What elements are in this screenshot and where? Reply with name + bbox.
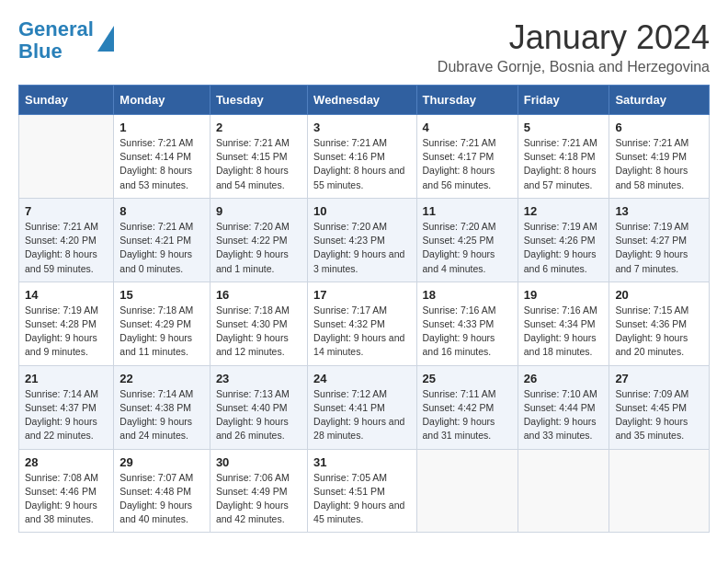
- calendar-cell: 5Sunrise: 7:21 AMSunset: 4:18 PMDaylight…: [518, 115, 609, 199]
- calendar-week-row: 7Sunrise: 7:21 AMSunset: 4:20 PMDaylight…: [19, 198, 710, 282]
- day-number: 13: [615, 204, 703, 218]
- logo-text: General Blue: [18, 18, 94, 63]
- day-info: Sunrise: 7:08 AMSunset: 4:46 PMDaylight:…: [25, 471, 108, 527]
- logo-blue: Blue: [18, 40, 63, 63]
- day-info: Sunrise: 7:21 AMSunset: 4:14 PMDaylight:…: [119, 136, 204, 192]
- calendar-cell: 16Sunrise: 7:18 AMSunset: 4:30 PMDayligh…: [210, 282, 307, 365]
- calendar-week-row: 14Sunrise: 7:19 AMSunset: 4:28 PMDayligh…: [19, 282, 710, 365]
- day-number: 7: [25, 204, 108, 218]
- calendar-cell: 12Sunrise: 7:19 AMSunset: 4:26 PMDayligh…: [518, 198, 609, 282]
- day-info: Sunrise: 7:21 AMSunset: 4:21 PMDaylight:…: [119, 220, 204, 276]
- calendar-cell: 29Sunrise: 7:07 AMSunset: 4:48 PMDayligh…: [114, 449, 210, 533]
- day-info: Sunrise: 7:15 AMSunset: 4:36 PMDaylight:…: [615, 304, 703, 360]
- day-number: 1: [119, 121, 204, 134]
- calendar-week-row: 1Sunrise: 7:21 AMSunset: 4:14 PMDaylight…: [19, 115, 710, 199]
- day-number: 24: [313, 372, 410, 385]
- calendar-cell: 24Sunrise: 7:12 AMSunset: 4:41 PMDayligh…: [308, 365, 416, 449]
- calendar-cell: 20Sunrise: 7:15 AMSunset: 4:36 PMDayligh…: [609, 282, 710, 365]
- calendar-cell: 1Sunrise: 7:21 AMSunset: 4:14 PMDaylight…: [114, 115, 210, 199]
- day-number: 11: [423, 204, 512, 218]
- day-info: Sunrise: 7:21 AMSunset: 4:15 PMDaylight:…: [216, 136, 301, 192]
- header-sunday: Sunday: [19, 86, 114, 115]
- day-number: 5: [524, 121, 604, 134]
- day-info: Sunrise: 7:07 AMSunset: 4:48 PMDaylight:…: [119, 471, 204, 527]
- day-info: Sunrise: 7:16 AMSunset: 4:33 PMDaylight:…: [423, 304, 512, 360]
- calendar-cell: [518, 449, 609, 533]
- day-info: Sunrise: 7:20 AMSunset: 4:25 PMDaylight:…: [423, 220, 512, 276]
- day-number: 20: [615, 288, 703, 302]
- day-info: Sunrise: 7:21 AMSunset: 4:16 PMDaylight:…: [313, 136, 410, 192]
- day-info: Sunrise: 7:21 AMSunset: 4:20 PMDaylight:…: [25, 220, 108, 276]
- day-number: 27: [615, 372, 703, 385]
- day-number: 30: [216, 455, 301, 469]
- day-number: 25: [423, 372, 512, 385]
- calendar-week-row: 21Sunrise: 7:14 AMSunset: 4:37 PMDayligh…: [19, 365, 710, 449]
- day-info: Sunrise: 7:21 AMSunset: 4:19 PMDaylight:…: [615, 136, 703, 192]
- calendar-cell: 19Sunrise: 7:16 AMSunset: 4:34 PMDayligh…: [518, 282, 609, 365]
- day-number: 16: [216, 288, 301, 302]
- day-number: 28: [25, 455, 108, 469]
- calendar-cell: 7Sunrise: 7:21 AMSunset: 4:20 PMDaylight…: [19, 198, 114, 282]
- title-section: January 2024 Dubrave Gornje, Bosnia and …: [438, 18, 710, 75]
- day-number: 23: [216, 372, 301, 385]
- day-info: Sunrise: 7:10 AMSunset: 4:44 PMDaylight:…: [524, 387, 604, 443]
- day-info: Sunrise: 7:20 AMSunset: 4:23 PMDaylight:…: [313, 220, 410, 276]
- day-number: 10: [313, 204, 410, 218]
- calendar-cell: 3Sunrise: 7:21 AMSunset: 4:16 PMDaylight…: [308, 115, 416, 199]
- day-info: Sunrise: 7:21 AMSunset: 4:17 PMDaylight:…: [423, 136, 512, 192]
- header-saturday: Saturday: [609, 86, 710, 115]
- day-number: 26: [524, 372, 604, 385]
- day-number: 29: [119, 455, 204, 469]
- logo-triangle-icon: [97, 26, 114, 52]
- calendar-cell: [19, 115, 114, 199]
- calendar-cell: 28Sunrise: 7:08 AMSunset: 4:46 PMDayligh…: [19, 449, 114, 533]
- calendar-cell: 22Sunrise: 7:14 AMSunset: 4:38 PMDayligh…: [114, 365, 210, 449]
- header-tuesday: Tuesday: [210, 86, 307, 115]
- day-number: 4: [423, 121, 512, 134]
- day-number: 17: [313, 288, 410, 302]
- calendar-cell: 17Sunrise: 7:17 AMSunset: 4:32 PMDayligh…: [308, 282, 416, 365]
- calendar-cell: 14Sunrise: 7:19 AMSunset: 4:28 PMDayligh…: [19, 282, 114, 365]
- calendar-cell: 23Sunrise: 7:13 AMSunset: 4:40 PMDayligh…: [210, 365, 307, 449]
- calendar-header-row: SundayMondayTuesdayWednesdayThursdayFrid…: [19, 86, 710, 115]
- day-number: 8: [119, 204, 204, 218]
- day-info: Sunrise: 7:21 AMSunset: 4:18 PMDaylight:…: [524, 136, 604, 192]
- calendar-cell: 9Sunrise: 7:20 AMSunset: 4:22 PMDaylight…: [210, 198, 307, 282]
- day-info: Sunrise: 7:06 AMSunset: 4:49 PMDaylight:…: [216, 471, 301, 527]
- calendar-table: SundayMondayTuesdayWednesdayThursdayFrid…: [18, 85, 710, 533]
- day-info: Sunrise: 7:18 AMSunset: 4:30 PMDaylight:…: [216, 304, 301, 360]
- logo: General Blue: [18, 18, 114, 63]
- calendar-cell: 11Sunrise: 7:20 AMSunset: 4:25 PMDayligh…: [416, 198, 518, 282]
- day-info: Sunrise: 7:20 AMSunset: 4:22 PMDaylight:…: [216, 220, 301, 276]
- calendar-cell: [609, 449, 710, 533]
- day-number: 15: [119, 288, 204, 302]
- day-number: 19: [524, 288, 604, 302]
- day-number: 31: [313, 455, 410, 469]
- day-number: 6: [615, 121, 703, 134]
- calendar-cell: 18Sunrise: 7:16 AMSunset: 4:33 PMDayligh…: [416, 282, 518, 365]
- calendar-cell: 10Sunrise: 7:20 AMSunset: 4:23 PMDayligh…: [308, 198, 416, 282]
- day-info: Sunrise: 7:18 AMSunset: 4:29 PMDaylight:…: [119, 304, 204, 360]
- day-number: 18: [423, 288, 512, 302]
- page-header: General Blue January 2024 Dubrave Gornje…: [18, 18, 710, 75]
- calendar-cell: 21Sunrise: 7:14 AMSunset: 4:37 PMDayligh…: [19, 365, 114, 449]
- calendar-cell: 25Sunrise: 7:11 AMSunset: 4:42 PMDayligh…: [416, 365, 518, 449]
- day-number: 14: [25, 288, 108, 302]
- calendar-cell: 4Sunrise: 7:21 AMSunset: 4:17 PMDaylight…: [416, 115, 518, 199]
- calendar-cell: 8Sunrise: 7:21 AMSunset: 4:21 PMDaylight…: [114, 198, 210, 282]
- calendar-cell: 26Sunrise: 7:10 AMSunset: 4:44 PMDayligh…: [518, 365, 609, 449]
- calendar-cell: 31Sunrise: 7:05 AMSunset: 4:51 PMDayligh…: [308, 449, 416, 533]
- location: Dubrave Gornje, Bosnia and Herzegovina: [438, 59, 710, 75]
- day-info: Sunrise: 7:14 AMSunset: 4:38 PMDaylight:…: [119, 387, 204, 443]
- day-info: Sunrise: 7:17 AMSunset: 4:32 PMDaylight:…: [313, 304, 410, 360]
- header-friday: Friday: [518, 86, 609, 115]
- header-wednesday: Wednesday: [308, 86, 416, 115]
- day-number: 22: [119, 372, 204, 385]
- month-title: January 2024: [438, 18, 710, 57]
- calendar-cell: 6Sunrise: 7:21 AMSunset: 4:19 PMDaylight…: [609, 115, 710, 199]
- day-number: 2: [216, 121, 301, 134]
- day-info: Sunrise: 7:19 AMSunset: 4:28 PMDaylight:…: [25, 304, 108, 360]
- calendar-cell: 27Sunrise: 7:09 AMSunset: 4:45 PMDayligh…: [609, 365, 710, 449]
- day-number: 21: [25, 372, 108, 385]
- calendar-cell: [416, 449, 518, 533]
